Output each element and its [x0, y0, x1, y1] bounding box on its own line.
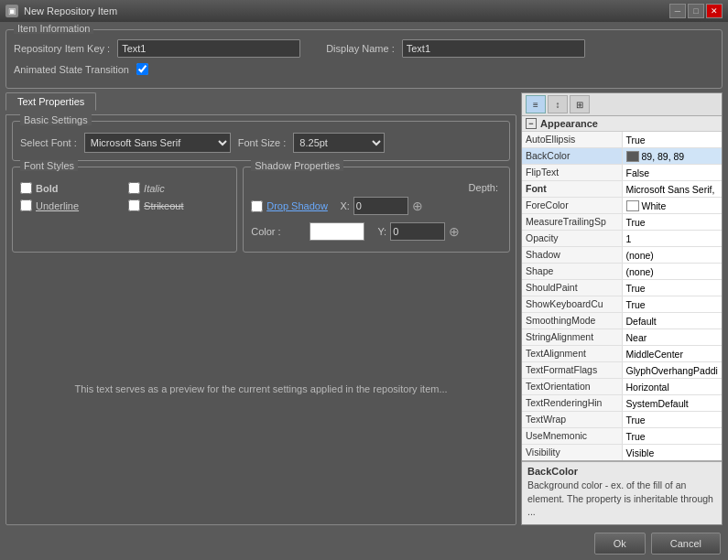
font-select[interactable]: Microsoft Sans Serif: [84, 133, 231, 153]
bold-checkbox[interactable]: [20, 182, 32, 194]
prop-visibility: Visibility Visible: [522, 445, 722, 460]
prop-name-should-paint: ShouldPaint: [522, 280, 623, 296]
key-row: Repository Item Key : Display Name :: [14, 39, 714, 58]
size-select[interactable]: 8.25pt: [293, 133, 385, 153]
prop-flip-text: FlipText False: [522, 165, 722, 181]
prop-name-visibility: Visibility: [522, 445, 623, 460]
prop-auto-ellipsis: AutoEllipsis True: [522, 132, 722, 148]
prop-tool-sort[interactable]: ↕: [548, 95, 568, 113]
y-input[interactable]: [390, 222, 445, 241]
display-input[interactable]: [402, 39, 585, 58]
prop-val-visibility: Visible: [623, 445, 723, 460]
prop-val-smoothing: Default: [623, 313, 723, 328]
strikeout-item: Strikeout: [128, 199, 229, 211]
prop-list[interactable]: − Appearance AutoEllipsis True BackColor…: [522, 116, 722, 460]
x-spinner[interactable]: ⊕: [412, 199, 423, 213]
shadow-panel: Shadow Properties Depth: Drop Shadow X:: [243, 167, 510, 253]
prop-use-mnemonic: UseMnemonic True: [522, 428, 722, 445]
key-input[interactable]: [117, 39, 300, 58]
prop-val-flip-text: False: [623, 165, 723, 180]
font-styles-panel: Font Styles Bold Italic: [12, 167, 237, 253]
font-styles-legend: Font Styles: [20, 160, 78, 171]
prop-tool-list[interactable]: ≡: [526, 95, 546, 113]
prop-val-auto-ellipsis: True: [623, 132, 723, 147]
color-row: Color : Y: ⊕: [251, 222, 502, 241]
appearance-group-header[interactable]: − Appearance: [522, 116, 722, 132]
prop-val-fore-color: White: [623, 198, 723, 213]
prop-description: BackColor Background color - ex. of the …: [522, 460, 722, 524]
window-title: New Repository Item: [24, 5, 664, 16]
prop-opacity: Opacity 1: [522, 231, 722, 247]
display-label: Display Name :: [326, 43, 395, 54]
color-picker[interactable]: [310, 222, 364, 241]
y-spinner[interactable]: ⊕: [449, 224, 460, 239]
prop-name-keyboard: ShowKeyboardCu: [522, 296, 623, 312]
prop-shadow: Shadow (none): [522, 247, 722, 264]
basic-settings-panel: Basic Settings Select Font : Microsoft S…: [12, 121, 510, 161]
left-side: Text Properties Basic Settings Select Fo…: [5, 92, 516, 525]
cancel-button[interactable]: Cancel: [651, 533, 721, 555]
prop-name-use-mnemonic: UseMnemonic: [522, 428, 623, 444]
drop-shadow-label: Drop Shadow: [266, 200, 328, 211]
prop-back-color: BackColor 89, 89, 89: [522, 148, 722, 165]
prop-val-text-render: SystemDefault: [623, 395, 723, 411]
tab-bar: Text Properties: [5, 92, 516, 111]
text-properties-tab[interactable]: Text Properties: [5, 92, 96, 111]
prop-name-text-wrap: TextWrap: [522, 412, 623, 427]
prop-name-smoothing: SmoothingMode: [522, 313, 623, 328]
italic-item: Italic: [128, 182, 229, 194]
prop-string-align: StringAlignment Near: [522, 329, 722, 346]
properties-panel: ≡ ↕ ⊞ − Appearance AutoEllipsis True Bac…: [521, 92, 723, 525]
basic-settings-legend: Basic Settings: [20, 114, 92, 125]
prop-val-string-align: Near: [623, 329, 723, 345]
size-label: Font Size :: [238, 137, 287, 148]
font-row: Select Font : Microsoft Sans Serif Font …: [20, 133, 502, 153]
window-icon: ▣: [5, 5, 18, 17]
prop-text-wrap: TextWrap True: [522, 412, 722, 428]
prop-keyboard: ShowKeyboardCu True: [522, 296, 722, 313]
prop-name-font: Font: [522, 181, 623, 197]
strikeout-checkbox[interactable]: [128, 199, 140, 211]
y-label: Y:: [368, 226, 386, 237]
italic-checkbox[interactable]: [128, 182, 140, 194]
prop-val-text-wrap: True: [623, 412, 723, 427]
ok-button[interactable]: Ok: [594, 533, 646, 555]
close-button[interactable]: ✕: [706, 4, 723, 18]
back-color-swatch: [626, 151, 639, 162]
x-input[interactable]: [353, 197, 408, 215]
depth-label: Depth:: [469, 182, 498, 193]
prop-tool-grid[interactable]: ⊞: [570, 95, 590, 113]
prop-val-shadow: (none): [623, 247, 723, 263]
underline-item: Underline: [20, 199, 121, 211]
item-info-legend: Item Information: [14, 23, 93, 34]
prop-text-align: TextAlignment MiddleCenter: [522, 346, 722, 362]
strikeout-label: Strikeout: [144, 200, 183, 211]
prop-val-text-orient: Horizontal: [623, 379, 723, 394]
prop-val-should-paint: True: [623, 280, 723, 296]
font-label: Select Font :: [20, 137, 77, 148]
italic-label: Italic: [144, 183, 165, 194]
shadow-legend: Shadow Properties: [251, 160, 343, 171]
drop-shadow-checkbox[interactable]: [251, 200, 263, 212]
animated-checkbox[interactable]: [136, 63, 148, 75]
x-label: X:: [331, 200, 350, 211]
middle-row: Font Styles Bold Italic: [12, 167, 510, 253]
prop-val-shape: (none): [623, 264, 723, 279]
drop-shadow-item: Drop Shadow: [251, 200, 328, 212]
item-info-panel: Item Information Repository Item Key : D…: [5, 29, 723, 89]
prop-desc-title: BackColor: [527, 466, 716, 477]
main-window: Item Information Repository Item Key : D…: [0, 22, 728, 560]
prop-name-string-align: StringAlignment: [522, 329, 623, 345]
minimize-button[interactable]: ─: [669, 4, 686, 18]
prop-desc-text: Background color - ex. of the fill of an…: [527, 479, 716, 519]
bold-item: Bold: [20, 182, 121, 194]
prop-val-back-color: 89, 89, 89: [623, 148, 723, 164]
tab-content: Basic Settings Select Font : Microsoft S…: [5, 114, 516, 525]
appearance-expand[interactable]: −: [526, 118, 537, 129]
prop-val-text-align: MiddleCenter: [623, 346, 723, 361]
prop-name-text-align: TextAlignment: [522, 346, 623, 361]
preview-text: This text serves as a preview for the cu…: [74, 383, 447, 394]
title-bar: ▣ New Repository Item ─ □ ✕: [0, 0, 728, 22]
maximize-button[interactable]: □: [688, 4, 704, 18]
underline-checkbox[interactable]: [20, 199, 32, 211]
